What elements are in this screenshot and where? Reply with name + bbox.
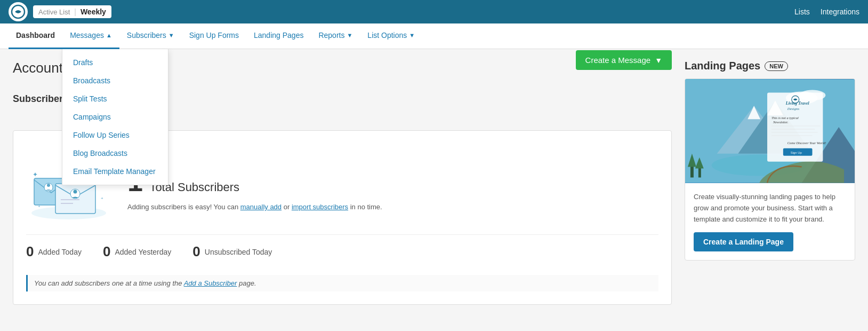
- nav-signup-forms[interactable]: Sign Up Forms: [182, 23, 246, 49]
- create-message-button[interactable]: Create a Message ▼: [576, 50, 672, 70]
- landing-pages-header: Landing Pages NEW: [685, 60, 855, 72]
- svg-point-7: [74, 190, 77, 194]
- integrations-link[interactable]: Integrations: [821, 7, 859, 16]
- total-subscribers: 1 Total Subscribers Adding subscribers i…: [127, 165, 658, 212]
- active-list-name: Weekly: [81, 7, 106, 16]
- stat-added-today: 0 Added Today: [26, 243, 82, 260]
- list-options-arrow-icon: ▼: [409, 32, 415, 38]
- total-desc: Adding subscribers is easy! You can manu…: [127, 202, 658, 212]
- top-bar-right: Lists Integrations: [794, 7, 859, 16]
- stats-numbers: 0 Added Today 0 Added Yesterday 0 Unsubs…: [26, 234, 658, 269]
- svg-point-4: [47, 184, 50, 187]
- svg-text:Come Discover Your World!: Come Discover Your World!: [787, 141, 826, 145]
- nav-messages[interactable]: Messages ▲: [62, 23, 119, 49]
- added-today-num: 0: [26, 243, 34, 260]
- import-link[interactable]: import subscribers: [292, 203, 348, 211]
- landing-page-image: Living Travel Designs This is not a typi…: [685, 79, 855, 183]
- nav-dashboard[interactable]: Dashboard: [9, 23, 62, 49]
- svg-text:✦: ✦: [33, 171, 38, 178]
- subscriber-hint: You can add subscribers one at a time us…: [26, 275, 658, 291]
- reports-arrow-icon: ▼: [347, 32, 352, 38]
- dropdown-broadcasts[interactable]: Broadcasts: [62, 72, 168, 90]
- landing-pages-title: Landing Pages: [685, 60, 760, 72]
- create-landing-page-button[interactable]: Create a Landing Page: [694, 232, 793, 251]
- nav-subscribers[interactable]: Subscribers ▼: [119, 23, 182, 49]
- nav-list-options[interactable]: List Options ▼: [360, 23, 422, 49]
- svg-text:Designs: Designs: [787, 107, 800, 111]
- svg-text:This is not a typical: This is not a typical: [771, 116, 799, 120]
- added-yesterday-num: 0: [103, 243, 110, 260]
- landing-page-card: Living Travel Designs This is not a typi…: [685, 78, 855, 261]
- unsubscribed-today-label: Unsubscribed Today: [205, 248, 272, 256]
- dropdown-follow-up-series[interactable]: Follow Up Series: [62, 126, 168, 144]
- stat-added-yesterday: 0 Added Yesterday: [103, 243, 171, 260]
- svg-text:Living Travel: Living Travel: [785, 101, 810, 106]
- landing-page-description: Create visually-stunning landing pages t…: [694, 192, 846, 225]
- active-list-badge[interactable]: Active List | Weekly: [33, 5, 111, 18]
- nav-landing-pages[interactable]: Landing Pages: [246, 23, 311, 49]
- dropdown-campaigns[interactable]: Campaigns: [62, 108, 168, 126]
- add-subscriber-link[interactable]: Add a Subscriber: [184, 279, 237, 287]
- messages-arrow-icon: ▲: [106, 32, 112, 38]
- dropdown-drafts[interactable]: Drafts: [62, 53, 168, 72]
- added-yesterday-label: Added Yesterday: [115, 248, 171, 256]
- dropdown-email-template-manager[interactable]: Email Template Manager: [62, 162, 168, 180]
- nav-reports[interactable]: Reports ▼: [311, 23, 360, 49]
- top-bar: Active List | Weekly Lists Integrations: [0, 0, 868, 23]
- svg-text:Sign Up: Sign Up: [791, 151, 802, 154]
- unsubscribed-today-num: 0: [192, 243, 200, 260]
- create-message-arrow-icon: ▼: [655, 56, 662, 65]
- top-bar-left: Active List | Weekly: [9, 2, 111, 21]
- svg-text:+: +: [101, 196, 103, 201]
- dropdown-split-tests[interactable]: Split Tests: [62, 90, 168, 108]
- right-panel: Landing Pages NEW: [685, 60, 855, 305]
- landing-page-body: Create visually-stunning landing pages t…: [685, 183, 855, 260]
- stat-unsubscribed-today: 0 Unsubscribed Today: [192, 243, 272, 260]
- logo[interactable]: [9, 2, 28, 21]
- active-list-label: Active List: [38, 8, 70, 16]
- lists-link[interactable]: Lists: [794, 7, 810, 16]
- messages-dropdown: Drafts Broadcasts Split Tests Campaigns …: [62, 49, 168, 185]
- subscribers-arrow-icon: ▼: [168, 32, 174, 38]
- added-today-label: Added Today: [38, 248, 81, 256]
- svg-text:+: +: [38, 204, 41, 209]
- svg-text:Newsletter.: Newsletter.: [773, 120, 789, 124]
- new-badge: NEW: [765, 61, 788, 71]
- manually-add-link[interactable]: manually add: [240, 203, 282, 211]
- nav-bar: Dashboard Messages ▲ Subscribers ▼ Sign …: [0, 23, 868, 49]
- dropdown-blog-broadcasts[interactable]: Blog Broadcasts: [62, 144, 168, 162]
